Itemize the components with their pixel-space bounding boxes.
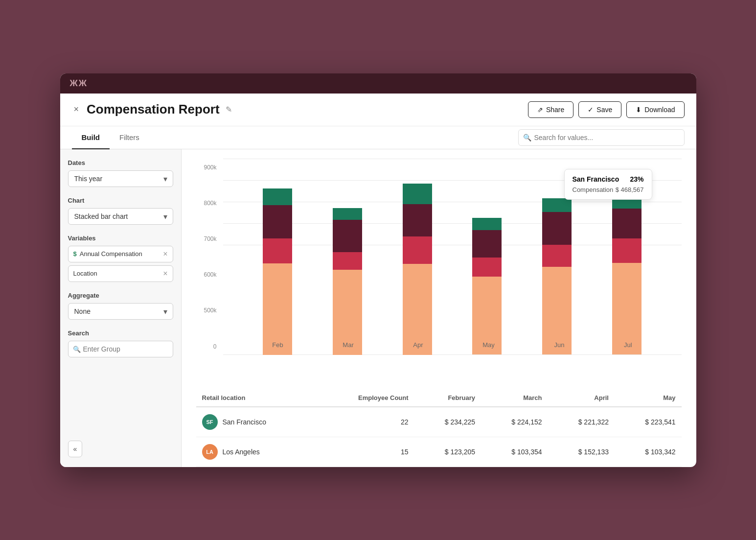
bar-jul-seg3 <box>612 209 641 238</box>
cell-sf-may: $ 223,541 <box>615 407 682 437</box>
search-group-icon: 🔍 <box>73 345 81 352</box>
bar-apr-seg3 <box>403 204 432 237</box>
bar-jun-seg3 <box>542 212 572 245</box>
search-group-input[interactable] <box>68 341 173 357</box>
remove-location-button[interactable]: × <box>163 270 167 278</box>
chart-label: Chart <box>68 197 173 204</box>
bar-apr-seg4 <box>403 184 432 204</box>
share-icon: ⇗ <box>537 106 543 114</box>
la-location-cell: LA Los Angeles <box>202 444 311 460</box>
cell-la-location: LA Los Angeles <box>196 437 317 467</box>
sf-location-cell: SF San Francisco <box>202 414 311 430</box>
chart-tooltip: San Francisco 23% Compensation $ 468,567 <box>564 169 652 200</box>
download-icon: ⬇ <box>636 106 641 114</box>
bar-group-feb <box>263 188 292 355</box>
tooltip-percentage: 23% <box>630 175 643 183</box>
cell-la-mar: $ 103,354 <box>481 437 548 467</box>
bar-jun[interactable] <box>542 198 572 355</box>
col-april: April <box>548 389 615 407</box>
x-label-mar: Mar <box>343 341 353 349</box>
bar-jul-seg2 <box>612 238 641 263</box>
chart-wrapper: 0 500k 600k 700k 800k 900k <box>196 159 682 375</box>
bar-mar-seg3 <box>333 220 362 252</box>
tag-label-compensation: $ Annual Compensation <box>73 250 142 258</box>
tooltip-compensation-label: Compensation <box>573 186 614 193</box>
y-label-500k: 500k <box>196 307 221 314</box>
tab-build[interactable]: Build <box>72 126 110 149</box>
app-logo: ЖЖ <box>70 78 88 89</box>
bar-jul[interactable] <box>612 179 641 355</box>
sf-name: San Francisco <box>223 418 266 426</box>
y-label-900k: 900k <box>196 164 221 171</box>
main-content: Dates This year Last year Custom Chart S… <box>60 149 696 467</box>
chart-inner: Feb Mar Apr May Jun Jul San Francisco 23… <box>223 159 682 355</box>
cell-la-count: 15 <box>316 437 414 467</box>
bar-apr-seg2 <box>403 236 432 264</box>
variable-name-compensation: Annual Compensation <box>80 250 142 258</box>
x-label-may: May <box>482 341 495 349</box>
variable-name-location: Location <box>73 270 97 277</box>
dates-select-wrapper: This year Last year Custom <box>68 170 173 187</box>
share-button[interactable]: ⇗ Share <box>528 101 573 118</box>
search-input[interactable] <box>518 129 685 146</box>
tooltip-compensation-value: $ 468,567 <box>616 186 644 193</box>
bar-feb[interactable] <box>263 188 292 355</box>
tooltip-compensation-row: Compensation $ 468,567 <box>573 186 644 193</box>
sidebar-collapse-button[interactable]: « <box>68 441 83 457</box>
titlebar: ЖЖ <box>60 73 696 94</box>
aggregate-select[interactable]: None Sum Average <box>68 303 173 320</box>
y-label-600k: 600k <box>196 271 221 278</box>
cell-la-feb: $ 123,205 <box>414 437 481 467</box>
download-button[interactable]: ⬇ Download <box>626 101 684 118</box>
sf-avatar: SF <box>202 414 218 430</box>
bar-mar[interactable] <box>333 208 362 355</box>
close-button[interactable]: × <box>72 102 81 117</box>
x-label-apr: Apr <box>413 341 423 349</box>
edit-icon[interactable]: ✎ <box>226 105 232 114</box>
search-wrapper: 🔍 <box>518 129 685 146</box>
tooltip-header: San Francisco 23% <box>573 175 644 183</box>
y-label-0: 0 <box>196 343 221 350</box>
tab-filters[interactable]: Filters <box>110 126 149 149</box>
dates-select[interactable]: This year Last year Custom <box>68 170 173 187</box>
x-label-jun: Jun <box>554 341 564 349</box>
dollar-icon: $ <box>73 250 77 258</box>
cell-sf-count: 22 <box>316 407 414 437</box>
search-icon: 🔍 <box>523 134 531 141</box>
dates-label: Dates <box>68 159 173 166</box>
aggregate-select-wrapper: None Sum Average <box>68 303 173 320</box>
table-head: Retail location Employee Count February … <box>196 389 682 407</box>
table-row: LA Los Angeles 15 $ 123,205 $ 103,354 $ … <box>196 437 682 467</box>
header-left: × Compensation Report ✎ <box>72 102 232 117</box>
variable-tag-compensation: $ Annual Compensation × <box>68 246 173 262</box>
bar-jun-seg2 <box>542 245 572 267</box>
chart-section: Chart Stacked bar chart Bar chart Line c… <box>68 197 173 225</box>
bar-feb-seg4 <box>263 188 292 205</box>
chart-y-labels: 0 500k 600k 700k 800k 900k <box>196 159 221 355</box>
variables-label: Variables <box>68 235 173 242</box>
bar-mar-seg2 <box>333 252 362 270</box>
bar-apr[interactable] <box>403 184 432 355</box>
bar-group-jul <box>612 179 641 355</box>
table-body: SF San Francisco 22 $ 234,225 $ 224,152 … <box>196 407 682 467</box>
chart-select[interactable]: Stacked bar chart Bar chart Line chart <box>68 208 173 225</box>
bar-may[interactable] <box>472 218 502 355</box>
col-retail-location: Retail location <box>196 389 317 407</box>
dates-section: Dates This year Last year Custom <box>68 159 173 187</box>
col-employee-count: Employee Count <box>316 389 414 407</box>
chart-select-wrapper: Stacked bar chart Bar chart Line chart <box>68 208 173 225</box>
sidebar: Dates This year Last year Custom Chart S… <box>60 149 182 467</box>
page-title: Compensation Report <box>87 102 220 117</box>
x-label-jul: Jul <box>624 341 632 349</box>
remove-compensation-button[interactable]: × <box>163 250 167 258</box>
cell-la-apr: $ 152,133 <box>548 437 615 467</box>
table-header-row: Retail location Employee Count February … <box>196 389 682 407</box>
tooltip-city: San Francisco <box>573 175 619 183</box>
cell-sf-feb: $ 234,225 <box>414 407 481 437</box>
variables-section: Variables $ Annual Compensation × Locati… <box>68 235 173 282</box>
search-group-wrapper: 🔍 <box>68 341 173 357</box>
save-button[interactable]: ✓ Save <box>578 101 621 118</box>
bar-group-jun <box>542 198 572 355</box>
col-february: February <box>414 389 481 407</box>
cell-sf-apr: $ 221,322 <box>548 407 615 437</box>
